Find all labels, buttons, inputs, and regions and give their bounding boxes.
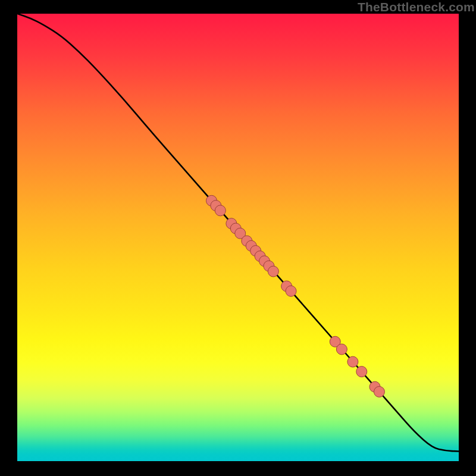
- data-marker: [356, 367, 367, 377]
- data-marker: [286, 286, 296, 296]
- data-marker: [268, 266, 278, 277]
- chart-area: [17, 14, 459, 461]
- watermark-text: TheBottleneck.com: [358, 0, 475, 14]
- chart-svg: [17, 14, 459, 461]
- data-marker: [374, 386, 384, 397]
- data-marker: [215, 205, 226, 216]
- data-marker: [347, 356, 358, 367]
- data-marker: [336, 344, 347, 355]
